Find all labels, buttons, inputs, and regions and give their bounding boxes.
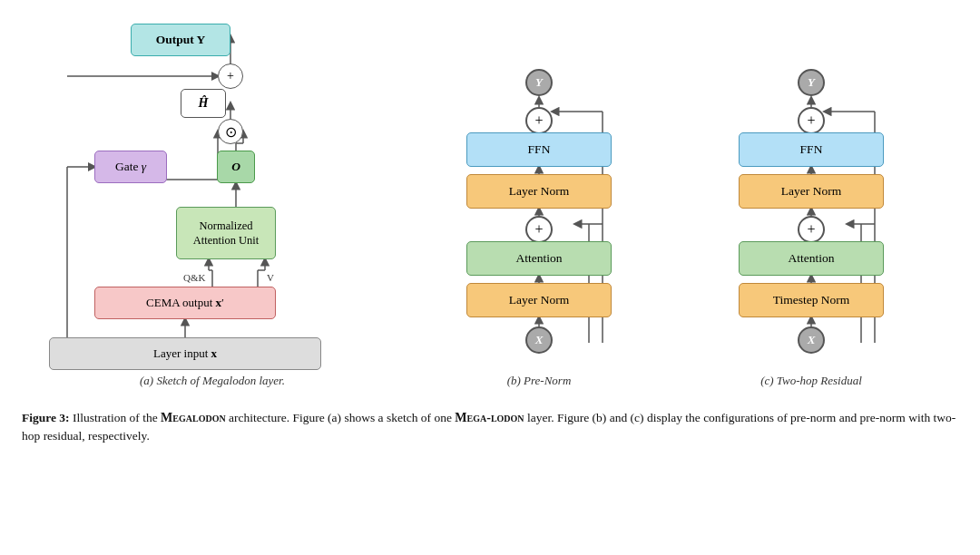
figure-b-caption: (b) Pre-Norm [507, 374, 572, 388]
c-ffn-box: FFN [739, 132, 884, 167]
b-ffn-box: FFN [466, 132, 612, 167]
figures-row: Output Y + Ĥ ⊙ Gate γ O [22, 16, 958, 397]
c-plus-mid: + [798, 216, 825, 243]
nau-box: NormalizedAttention Unit [176, 207, 276, 259]
output-box: Output Y [131, 24, 230, 56]
figure-caption-label: Figure 3: [22, 411, 70, 424]
cema-box: CEMA output x′ [94, 287, 276, 319]
b-attention-box: Attention [466, 241, 612, 276]
c-timestepnorm-box: Timestep Norm [739, 283, 884, 317]
b-y-circle: Y [525, 69, 553, 96]
figure-caption-text: Illustration of the Megalodon architectu… [22, 411, 956, 443]
figure-a: Output Y + Ĥ ⊙ Gate γ O [22, 16, 403, 397]
plus-circle-top: + [218, 63, 243, 89]
b-layernorm-top: Layer Norm [466, 174, 612, 209]
c-attention-box: Attention [739, 241, 884, 276]
figure-a-caption: (a) Sketch of Megalodon layer. [140, 374, 285, 388]
o-box: O [217, 151, 255, 183]
v-label: V [267, 272, 274, 283]
hhat-box: Ĥ [181, 89, 226, 118]
b-x-circle: X [525, 326, 553, 354]
gate-box: Gate γ [94, 151, 167, 183]
c-x-circle: X [798, 326, 825, 354]
figure-c-caption: (c) Two-hop Residual [760, 374, 862, 388]
c-plus-top: + [798, 107, 825, 134]
c-layernorm-top: Layer Norm [739, 174, 884, 209]
figure-a-diagram: Output Y + Ĥ ⊙ Gate γ O [40, 16, 385, 370]
c-y-circle: Y [798, 69, 825, 96]
figure-b: Y + FFN Layer Norm + Attention [403, 16, 675, 397]
figure-c: Y + FFN Layer Norm + Attention [675, 16, 947, 397]
b-plus-mid: + [525, 216, 553, 243]
figure-caption: Figure 3: Illustration of the Megalodon … [22, 408, 958, 446]
b-plus-top: + [525, 107, 553, 134]
qk-label: Q&K [183, 272, 205, 283]
figure-b-diagram: Y + FFN Layer Norm + Attention [448, 16, 630, 370]
dot-circle: ⊙ [218, 119, 243, 144]
input-box: Layer input x [49, 337, 321, 370]
figure-c-diagram: Y + FFN Layer Norm + Attention [720, 16, 902, 370]
b-layernorm-bot: Layer Norm [466, 283, 612, 317]
